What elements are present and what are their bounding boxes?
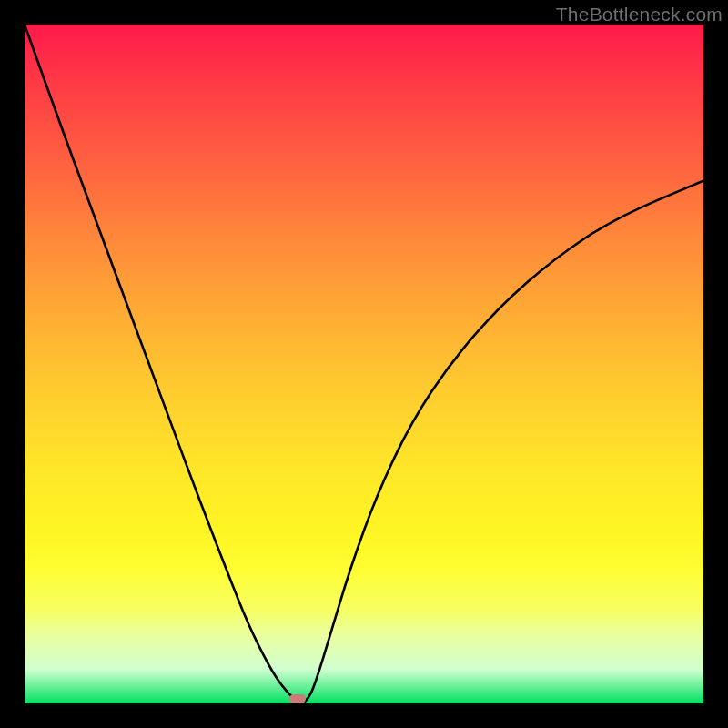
watermark-text: TheBottleneck.com (556, 4, 723, 25)
bottleneck-curve (25, 25, 703, 703)
curve-svg (25, 25, 703, 703)
plot-area (25, 25, 703, 703)
minimum-marker (289, 694, 306, 703)
chart-root: TheBottleneck.com (0, 0, 728, 728)
